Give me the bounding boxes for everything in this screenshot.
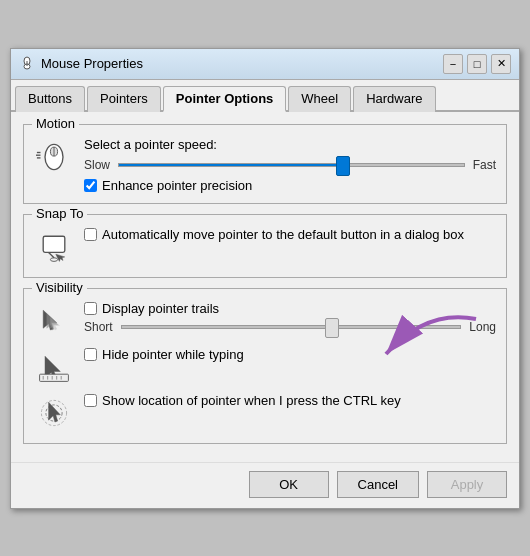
close-button[interactable]: ✕ (491, 54, 511, 74)
hide-body: Hide pointer while typing (84, 347, 496, 362)
trails-slider-thumb[interactable] (325, 318, 339, 338)
trails-checkbox[interactable] (84, 302, 97, 315)
hide-mouse-icon (36, 349, 72, 385)
hide-row: Hide pointer while typing (34, 347, 496, 387)
motion-body: Select a pointer speed: Slow Fast Enhanc… (84, 137, 496, 193)
visibility-label: Visibility (32, 280, 87, 295)
snap-label: Automatically move pointer to the defaul… (102, 227, 464, 242)
enhance-precision-checkbox[interactable] (84, 179, 97, 192)
snap-checkbox[interactable] (84, 228, 97, 241)
title-bar: Mouse Properties − □ ✕ (11, 49, 519, 80)
location-label: Show location of pointer when I press th… (102, 393, 401, 408)
hide-label: Hide pointer while typing (102, 347, 244, 362)
snap-icon (34, 227, 74, 267)
motion-section: Motion Select a pointer speed: (23, 124, 507, 204)
motion-icon (34, 137, 74, 177)
window-title: Mouse Properties (41, 56, 143, 71)
snap-inner: Automatically move pointer to the defaul… (34, 227, 496, 267)
speed-slider-track[interactable] (118, 163, 465, 167)
speed-slider-fill (119, 164, 343, 166)
cancel-button[interactable]: Cancel (337, 471, 419, 498)
speed-slider-thumb[interactable] (336, 156, 350, 176)
enhance-precision-label: Enhance pointer precision (102, 178, 252, 193)
motion-inner: Select a pointer speed: Slow Fast Enhanc… (34, 137, 496, 193)
apply-button[interactable]: Apply (427, 471, 507, 498)
snap-body: Automatically move pointer to the defaul… (84, 227, 496, 242)
minimize-button[interactable]: − (443, 54, 463, 74)
speed-slider-row: Slow Fast (84, 158, 496, 172)
long-label: Long (469, 320, 496, 334)
tab-buttons[interactable]: Buttons (15, 86, 85, 112)
enhance-precision-row: Enhance pointer precision (84, 178, 496, 193)
hide-checkbox-row: Hide pointer while typing (84, 347, 496, 362)
fast-label: Fast (473, 158, 496, 172)
location-row: Show location of pointer when I press th… (34, 393, 496, 433)
trails-slider-row: Short Long (84, 320, 496, 334)
hide-checkbox[interactable] (84, 348, 97, 361)
snap-to-label: Snap To (32, 206, 87, 221)
trails-icon (34, 301, 74, 341)
tab-content: Motion Select a pointer speed: (11, 112, 519, 462)
svg-point-11 (50, 257, 57, 261)
snap-checkbox-row: Automatically move pointer to the defaul… (84, 227, 496, 242)
svg-rect-9 (43, 236, 65, 252)
location-checkbox[interactable] (84, 394, 97, 407)
trails-label: Display pointer trails (102, 301, 219, 316)
snap-mouse-icon (36, 229, 72, 265)
visibility-section: Visibility Display pointer trails (23, 288, 507, 444)
ok-button[interactable]: OK (249, 471, 329, 498)
location-body: Show location of pointer when I press th… (84, 393, 496, 408)
title-buttons: − □ ✕ (443, 54, 511, 74)
title-bar-left: Mouse Properties (19, 56, 143, 72)
slow-label: Slow (84, 158, 110, 172)
trails-mouse-icon (36, 303, 72, 339)
tab-pointers[interactable]: Pointers (87, 86, 161, 112)
short-label: Short (84, 320, 113, 334)
tab-wheel[interactable]: Wheel (288, 86, 351, 112)
location-checkbox-row: Show location of pointer when I press th… (84, 393, 496, 408)
trails-slider-track[interactable] (121, 325, 462, 329)
hide-icon (34, 347, 74, 387)
window-icon (19, 56, 35, 72)
trails-body: Display pointer trails Short Long (84, 301, 496, 334)
location-icon (34, 393, 74, 433)
mouse-properties-window: Mouse Properties − □ ✕ Buttons Pointers … (10, 48, 520, 509)
trails-checkbox-row: Display pointer trails (84, 301, 496, 316)
tabs-bar: Buttons Pointers Pointer Options Wheel H… (11, 80, 519, 112)
tab-hardware[interactable]: Hardware (353, 86, 435, 112)
motion-label: Motion (32, 116, 79, 131)
dialog-footer: OK Cancel Apply (11, 462, 519, 508)
maximize-button[interactable]: □ (467, 54, 487, 74)
motion-mouse-icon (36, 139, 72, 175)
svg-rect-18 (40, 374, 69, 381)
svg-line-10 (49, 252, 54, 257)
location-mouse-icon (36, 395, 72, 431)
trails-row: Display pointer trails Short Long (34, 301, 496, 341)
speed-label: Select a pointer speed: (84, 137, 496, 152)
snap-to-section: Snap To Automatically move pointer to th… (23, 214, 507, 278)
tab-pointer-options[interactable]: Pointer Options (163, 86, 287, 112)
